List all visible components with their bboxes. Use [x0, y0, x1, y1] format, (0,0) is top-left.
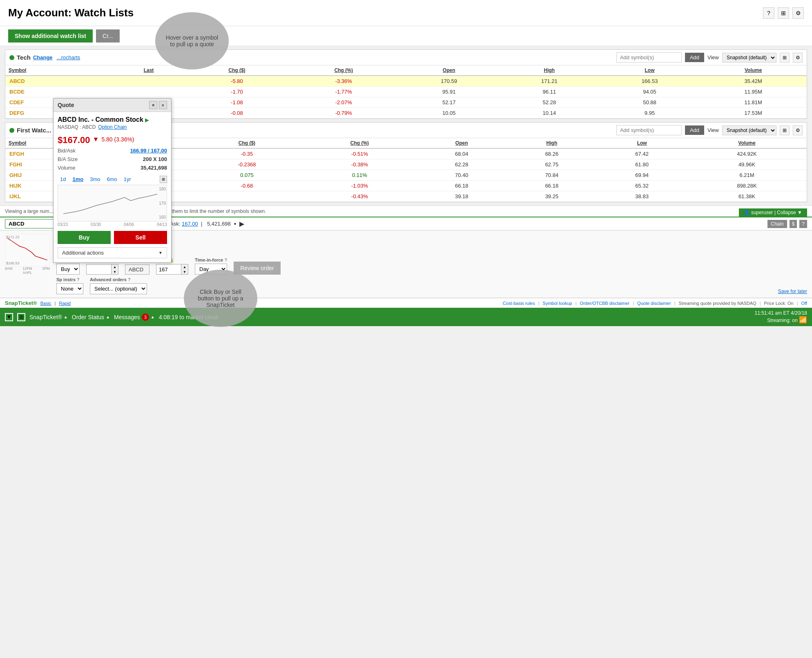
col-chg-pct-2[interactable]: Chg (%)	[303, 138, 417, 148]
bqb-bullet-icon: •	[234, 220, 236, 228]
snap-tif-label: Time-in-force ?	[195, 257, 227, 262]
expand-icon-btn[interactable]: ⊞	[778, 7, 789, 19]
stock-name-row: ABCD Inc. - Common Stock ▶	[58, 116, 167, 123]
chart-tab-1d[interactable]: 1d	[58, 175, 68, 183]
taskbar-wifi-icon: 📶	[799, 316, 807, 323]
chart-tab-1mo[interactable]: 1mo	[70, 175, 86, 183]
chart-tab-3mo[interactable]: 3mo	[87, 175, 103, 183]
sell-button[interactable]: Sell	[114, 231, 167, 244]
quote-popup-close-btn[interactable]: ✕	[149, 101, 157, 109]
col-symbol-1[interactable]: Symbol	[5, 65, 112, 76]
footer-otcbb-link[interactable]: Order/OTCBB disclaimer	[580, 301, 630, 306]
settings-table-icon-1[interactable]: ⚙	[793, 53, 803, 63]
symbol-link[interactable]: DEFG	[9, 110, 24, 116]
symbol-link[interactable]: ABCD	[9, 78, 25, 84]
taskbar-order-status-item[interactable]: Order Status ▲	[72, 314, 110, 320]
taskbar-collapse-btn[interactable]: ▼	[5, 313, 13, 321]
col-high-2[interactable]: High	[507, 138, 597, 148]
footer-symbol-lookup-link[interactable]: Symbol lookup	[543, 301, 572, 306]
tif-help-icon[interactable]: ?	[224, 257, 227, 262]
snap-action-select[interactable]: Buy Sell	[56, 264, 80, 275]
open-cell: 95.91	[399, 87, 499, 97]
footer-cost-basis-link[interactable]: Cost-basis rules	[503, 301, 535, 306]
add-symbol-input-2[interactable]	[616, 125, 682, 135]
chart-expand-btn[interactable]: ⊞	[160, 176, 167, 183]
chart-expand-icon[interactable]: ⊞	[160, 176, 167, 183]
create-button[interactable]: Cr...	[96, 29, 120, 43]
symbol-link[interactable]: GHIJ	[9, 172, 22, 178]
quote-popup-menu-btn[interactable]: ≡	[159, 101, 167, 109]
settings-icon-btn[interactable]: ⚙	[792, 7, 804, 19]
footer-rapid-link[interactable]: Rapid	[59, 301, 71, 306]
add-symbol-btn-2[interactable]: Add	[685, 125, 704, 135]
view-select-2[interactable]: Snapshot (default)	[722, 125, 776, 135]
col-high-1[interactable]: High	[499, 65, 600, 76]
snap-quantity-input[interactable]	[87, 265, 111, 274]
bqb-arrow-icon[interactable]: ▶	[239, 220, 244, 228]
table-row: ABCD -5.80 -3.36% 170.59 171.21 166.53 3…	[5, 76, 807, 87]
expand-table-icon-2[interactable]: ⊞	[780, 125, 790, 135]
snap-qty-up[interactable]: ▲	[112, 264, 118, 269]
snap-adv-orders-select[interactable]: Select... (optional)	[90, 283, 147, 294]
col-chg-dollar-2[interactable]: Chg ($)	[191, 138, 303, 148]
col-chg-pct-1[interactable]: Chg (%)	[288, 65, 399, 76]
snap-sp-instrs-select[interactable]: None	[56, 283, 83, 294]
col-low-1[interactable]: Low	[600, 65, 700, 76]
expand-table-icon-1[interactable]: ⊞	[780, 53, 790, 63]
snap-review-btn[interactable]: Review order	[234, 262, 280, 275]
watchlist-1-microcharts-link[interactable]: ...rocharts	[57, 54, 80, 60]
add-symbol-btn-1[interactable]: Add	[685, 53, 704, 62]
chart-tab-1yr[interactable]: 1yr	[121, 175, 134, 183]
col-chg-dollar-1[interactable]: Chg ($)	[185, 65, 289, 76]
col-volume-2[interactable]: Volume	[687, 138, 807, 148]
show-additional-watchlist-button[interactable]: Show additional watch list	[8, 29, 93, 43]
sp-instrs-help-icon[interactable]: ?	[77, 277, 80, 282]
symbol-link[interactable]: HIJK	[9, 183, 22, 189]
chart-dates: 03/23 03/30 04/06 04/13	[58, 222, 167, 227]
settings-table-icon-2[interactable]: ⚙	[793, 125, 803, 135]
watchlist-1-change-link[interactable]: Change	[33, 54, 53, 60]
footer-quote-disclaimer-link[interactable]: Quote disclaimer	[637, 301, 671, 306]
help-icon-btn[interactable]: ?	[763, 7, 774, 19]
footer-basic-link[interactable]: Basic	[40, 301, 51, 306]
snap-price-down[interactable]: ▼	[181, 269, 188, 274]
snap-price-input[interactable]	[156, 265, 181, 274]
table-row: BCDE -1.70 -1.77% 95.91 96.11 94.05 11.9…	[5, 87, 807, 97]
option-chain-link[interactable]: Option Chain	[98, 124, 127, 130]
bqb-help-btn[interactable]: ?	[799, 220, 807, 228]
add-symbol-input-1[interactable]	[616, 52, 682, 63]
chart-area: 180 170 160	[58, 185, 167, 222]
col-open-1[interactable]: Open	[399, 65, 499, 76]
col-last-1[interactable]: Last	[112, 65, 185, 76]
chg-pct-cell: -0.43%	[303, 191, 417, 202]
footer-price-lock-off-link[interactable]: Off	[801, 301, 807, 306]
dollar-btn[interactable]: $	[790, 220, 797, 228]
snap-save-field: Save for later	[778, 289, 807, 294]
symbol-link[interactable]: BCDE	[9, 89, 25, 95]
col-low-2[interactable]: Low	[597, 138, 687, 148]
additional-actions-dropdown[interactable]: Additional actions ▼	[58, 247, 167, 258]
taskbar-snapticket-item[interactable]: SnapTicket® ▲	[29, 314, 68, 320]
col-volume-1[interactable]: Volume	[700, 65, 807, 76]
chain-btn[interactable]: Chain	[767, 220, 787, 228]
taskbar-pop-btn[interactable]: ⊞	[17, 313, 25, 321]
buy-button[interactable]: Buy	[58, 231, 111, 244]
snap-tif-select[interactable]: Day GTC	[195, 264, 227, 275]
snap-save-later-link[interactable]: Save for later	[778, 289, 807, 294]
symbol-link[interactable]: CDEF	[9, 99, 24, 105]
superuser-collapse-btn[interactable]: 👤 superuser | Collapse ▼	[739, 208, 807, 217]
view-select-1[interactable]: Snapshot (default)	[722, 53, 776, 63]
snap-adv-orders-label: Advanced orders ?	[90, 277, 147, 282]
symbol-link[interactable]: EFGH	[9, 151, 24, 157]
chart-tab-6mo[interactable]: 6mo	[105, 175, 120, 183]
adv-orders-help-icon[interactable]: ?	[128, 277, 131, 282]
snapticket-label: SnapTicket®	[5, 300, 37, 306]
col-open-2[interactable]: Open	[417, 138, 507, 148]
symbol-link[interactable]: IJKL	[9, 193, 21, 199]
snap-price-up[interactable]: ▲	[181, 264, 188, 269]
snap-qty-down[interactable]: ▼	[112, 269, 118, 274]
taskbar-messages-item[interactable]: Messages 3 ▲	[114, 313, 155, 321]
symbol-link[interactable]: FGHI	[9, 161, 22, 168]
bqb-ask-link[interactable]: 167.00	[182, 221, 198, 227]
bid-ask-value[interactable]: 166.99 / 167.00	[130, 148, 167, 154]
